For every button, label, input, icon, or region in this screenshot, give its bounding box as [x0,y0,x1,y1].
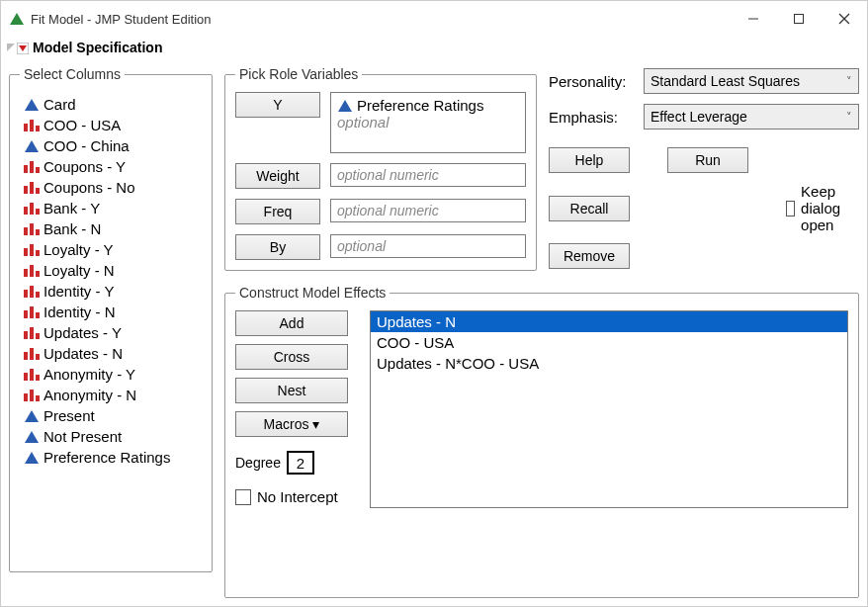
no-intercept-row[interactable]: No Intercept [235,488,360,505]
nest-button[interactable]: Nest [235,378,348,403]
svg-marker-12 [25,140,39,152]
svg-rect-19 [24,207,28,215]
keep-open-label: Keep dialog open [801,183,859,233]
emphasis-row: Emphasis: Effect Leverage ˅ [549,104,859,130]
column-item[interactable]: Coupons - Y [22,156,200,177]
svg-rect-15 [36,167,40,173]
red-disclosure-icon[interactable] [17,42,29,53]
personality-select[interactable]: Standard Least Squares ˅ [644,68,859,94]
maximize-button[interactable] [776,1,822,37]
column-item[interactable]: Not Present [22,426,200,447]
column-item[interactable]: Updates - Y [22,322,200,343]
help-button[interactable]: Help [549,147,630,173]
column-label: Identity - Y [43,283,114,300]
column-item[interactable]: Anonymity - Y [22,364,200,385]
svg-rect-37 [24,331,28,339]
nominal-icon [24,243,40,257]
svg-rect-26 [30,244,34,256]
effect-item[interactable]: Updates - N*COO - USA [371,353,847,374]
svg-rect-28 [24,269,28,277]
cross-button[interactable]: Cross [235,344,348,370]
svg-rect-46 [24,393,28,401]
column-item[interactable]: COO - USA [22,115,200,135]
continuous-icon [24,451,40,465]
svg-rect-47 [30,390,34,401]
remove-button[interactable]: Remove [549,243,630,269]
svg-rect-17 [30,182,34,194]
add-button[interactable]: Add [235,310,348,336]
nominal-icon [24,389,40,402]
column-item[interactable]: COO - China [22,135,200,156]
pick-role-group: Pick Role Variables Y Preference Ratings… [224,66,537,271]
by-field[interactable]: optional [330,234,526,258]
nominal-icon [24,222,40,236]
svg-rect-25 [24,248,28,256]
column-item[interactable]: Preference Ratings [22,447,200,468]
column-item[interactable]: Bank - N [22,218,200,239]
run-button[interactable]: Run [667,147,748,173]
macros-button[interactable]: Macros ▾ [235,411,348,437]
column-item[interactable]: Loyalty - Y [22,239,200,260]
y-button[interactable]: Y [235,92,320,118]
personality-value: Standard Least Squares [651,73,800,89]
weight-field[interactable]: optional numeric [330,163,526,187]
emphasis-select[interactable]: Effect Leverage ˅ [644,104,859,130]
no-intercept-label: No Intercept [257,488,338,505]
column-item[interactable]: Identity - N [22,302,200,322]
construct-legend: Construct Model Effects [235,285,390,301]
svg-marker-8 [25,99,39,111]
fit-model-window: Fit Model - JMP Student Edition Model Sp… [0,0,868,607]
column-item[interactable]: Coupons - No [22,177,200,198]
degree-input[interactable]: 2 [287,451,314,475]
column-label: Anonymity - N [43,387,136,403]
freq-row: Freq optional numeric [235,199,526,224]
freq-field[interactable]: optional numeric [330,199,526,222]
effect-item[interactable]: COO - USA [371,332,847,353]
weight-button[interactable]: Weight [235,163,320,189]
keep-open-checkbox[interactable] [786,201,795,217]
svg-rect-34 [24,310,28,318]
keep-open-row[interactable]: Keep dialog open [786,183,859,233]
freq-button[interactable]: Freq [235,199,320,224]
continuous-icon [24,430,40,444]
close-button[interactable] [822,1,867,37]
svg-rect-29 [30,265,34,277]
recall-button[interactable]: Recall [549,196,630,221]
column-label: COO - USA [43,117,121,133]
minimize-button[interactable] [731,1,776,37]
gray-disclosure-icon[interactable] [5,42,17,53]
nominal-icon [24,368,40,382]
column-item[interactable]: Updates - N [22,343,200,364]
svg-marker-51 [25,452,39,464]
nominal-icon [24,119,40,132]
effect-item[interactable]: Updates - N [371,311,847,332]
column-label: Not Present [43,428,122,445]
select-columns-group: Select Columns CardCOO - USACOO - ChinaC… [9,66,213,572]
effects-list[interactable]: Updates - NCOO - USAUpdates - N*COO - US… [370,310,848,508]
degree-label: Degree [235,455,281,471]
by-button[interactable]: By [235,234,320,260]
column-item[interactable]: Present [22,405,200,426]
svg-marker-5 [7,43,15,51]
column-label: Coupons - No [43,179,135,196]
y-item-label: Preference Ratings [357,97,483,114]
pick-role-legend: Pick Role Variables [235,66,362,82]
columns-list[interactable]: CardCOO - USACOO - ChinaCoupons - YCoupo… [20,92,202,470]
column-item[interactable]: Bank - Y [22,198,200,218]
column-item[interactable]: Loyalty - N [22,260,200,281]
column-item[interactable]: Card [22,94,200,115]
top-row: Pick Role Variables Y Preference Ratings… [224,66,859,271]
column-label: Updates - Y [43,324,122,341]
y-box[interactable]: Preference Ratings optional [330,92,526,153]
nominal-icon [24,305,40,319]
personality-panel: Personality: Standard Least Squares ˅ Em… [549,66,859,271]
svg-rect-41 [30,348,34,360]
no-intercept-checkbox[interactable] [235,489,251,505]
column-item[interactable]: Anonymity - N [22,385,200,405]
degree-row: Degree 2 [235,451,360,475]
svg-rect-31 [24,290,28,298]
column-label: Bank - Y [43,200,100,217]
column-label: Coupons - Y [43,158,126,175]
svg-rect-33 [36,292,40,298]
column-item[interactable]: Identity - Y [22,281,200,302]
